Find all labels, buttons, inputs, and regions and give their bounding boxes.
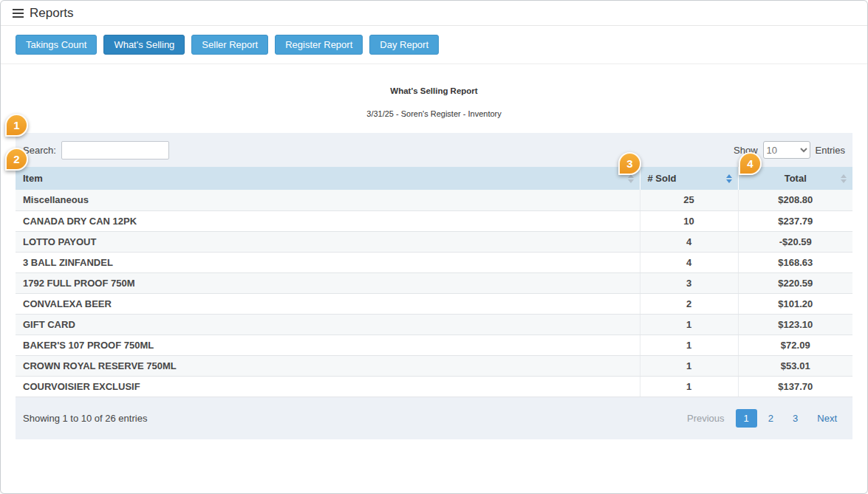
report-content: Search: Show 10 Entries Item [16, 133, 852, 439]
table-row: CROWN ROYAL RESERVE 750ML 1 $53.01 [16, 355, 852, 376]
reports-list-icon [13, 9, 24, 18]
pagination: Previous 1 2 3 Next [679, 409, 845, 428]
cell-total: $237.79 [738, 210, 852, 231]
table-header-row: Item # Sold Total [16, 167, 852, 190]
cell-total: -$20.59 [738, 231, 852, 252]
tab-whats-selling[interactable]: What's Selling [103, 35, 185, 55]
report-subtitle: 3/31/25 - Soren's Register - Inventory [1, 109, 867, 118]
search-input[interactable] [61, 141, 169, 159]
table-footer: Showing 1 to 10 of 26 entries Previous 1… [16, 397, 852, 439]
cell-item: Miscellaneous [16, 190, 640, 210]
next-page-button[interactable]: Next [809, 409, 845, 428]
tab-takings-count[interactable]: Takings Count [16, 35, 97, 55]
entries-select[interactable]: 10 [763, 141, 810, 159]
report-title: What's Selling Report [1, 86, 867, 95]
page-button-2[interactable]: 2 [760, 409, 782, 428]
sort-icon-active [726, 174, 732, 183]
cell-item: GIFT CARD [16, 314, 640, 335]
report-tabs: Takings Count What's Selling Seller Repo… [1, 26, 867, 64]
table-toolbar: Search: Show 10 Entries [16, 133, 852, 167]
cell-item: BAKER'S 107 PROOF 750ML [16, 335, 640, 355]
sort-icon [628, 174, 634, 183]
previous-page-button[interactable]: Previous [679, 409, 733, 428]
table-row: CANADA DRY CAN 12PK 10 $237.79 [16, 210, 852, 231]
cell-total: $123.10 [738, 314, 852, 335]
cell-sold: 4 [640, 231, 738, 252]
page-button-3[interactable]: 3 [785, 409, 806, 428]
cell-sold: 10 [640, 210, 738, 231]
step-callout-2: 2 [5, 148, 28, 171]
table-row: GIFT CARD 1 $123.10 [16, 314, 852, 335]
cell-item: CONVALEXA BEER [16, 293, 640, 314]
column-header-sold[interactable]: # Sold [640, 167, 738, 190]
table-row: Miscellaneous 25 $208.80 [16, 190, 852, 210]
column-header-item[interactable]: Item [16, 167, 640, 190]
cell-total: $72.09 [738, 335, 852, 355]
cell-sold: 2 [640, 293, 738, 314]
search-label: Search: [23, 145, 56, 156]
column-header-sold-label: # Sold [648, 173, 677, 184]
column-header-item-label: Item [23, 173, 43, 184]
cell-sold: 4 [640, 252, 738, 272]
cell-total: $208.80 [738, 190, 852, 210]
whats-selling-table: Item # Sold Total Miscellaneous 25 [16, 167, 852, 397]
step-callout-1: 1 [5, 114, 28, 137]
sort-icon [841, 174, 847, 183]
cell-item: 3 BALL ZINFANDEL [16, 252, 640, 272]
report-titles: What's Selling Report 3/31/25 - Soren's … [1, 86, 867, 118]
step-callout-4: 4 [739, 152, 762, 175]
tab-seller-report[interactable]: Seller Report [191, 35, 268, 55]
cell-total: $53.01 [738, 355, 852, 376]
page-button-1[interactable]: 1 [736, 409, 757, 428]
tab-register-report[interactable]: Register Report [275, 35, 363, 55]
page-header: Reports [1, 1, 867, 26]
cell-item: 1792 FULL PROOF 750M [16, 272, 640, 293]
column-header-total-label: Total [785, 173, 807, 184]
cell-sold: 3 [640, 272, 738, 293]
page-title: Reports [30, 6, 74, 21]
entries-label: Entries [816, 145, 845, 156]
entries-info: Showing 1 to 10 of 26 entries [23, 413, 147, 424]
table-row: COURVOISIER EXCLUSIF 1 $137.70 [16, 376, 852, 397]
cell-item: COURVOISIER EXCLUSIF [16, 376, 640, 397]
table-row: BAKER'S 107 PROOF 750ML 1 $72.09 [16, 335, 852, 355]
cell-sold: 1 [640, 335, 738, 355]
cell-sold: 25 [640, 190, 738, 210]
cell-item: CANADA DRY CAN 12PK [16, 210, 640, 231]
cell-total: $220.59 [738, 272, 852, 293]
cell-sold: 1 [640, 355, 738, 376]
cell-total: $168.63 [738, 252, 852, 272]
cell-total: $101.20 [738, 293, 852, 314]
table-body: Miscellaneous 25 $208.80 CANADA DRY CAN … [16, 190, 852, 397]
table-row: 3 BALL ZINFANDEL 4 $168.63 [16, 252, 852, 272]
cell-item: LOTTO PAYOUT [16, 231, 640, 252]
table-row: CONVALEXA BEER 2 $101.20 [16, 293, 852, 314]
table-row: LOTTO PAYOUT 4 -$20.59 [16, 231, 852, 252]
search-group: Search: [23, 141, 169, 159]
tab-day-report[interactable]: Day Report [369, 35, 439, 55]
reports-page: Reports Takings Count What's Selling Sel… [0, 0, 868, 494]
table-row: 1792 FULL PROOF 750M 3 $220.59 [16, 272, 852, 293]
cell-item: CROWN ROYAL RESERVE 750ML [16, 355, 640, 376]
step-callout-3: 3 [618, 152, 641, 175]
cell-total: $137.70 [738, 376, 852, 397]
cell-sold: 1 [640, 314, 738, 335]
cell-sold: 1 [640, 376, 738, 397]
